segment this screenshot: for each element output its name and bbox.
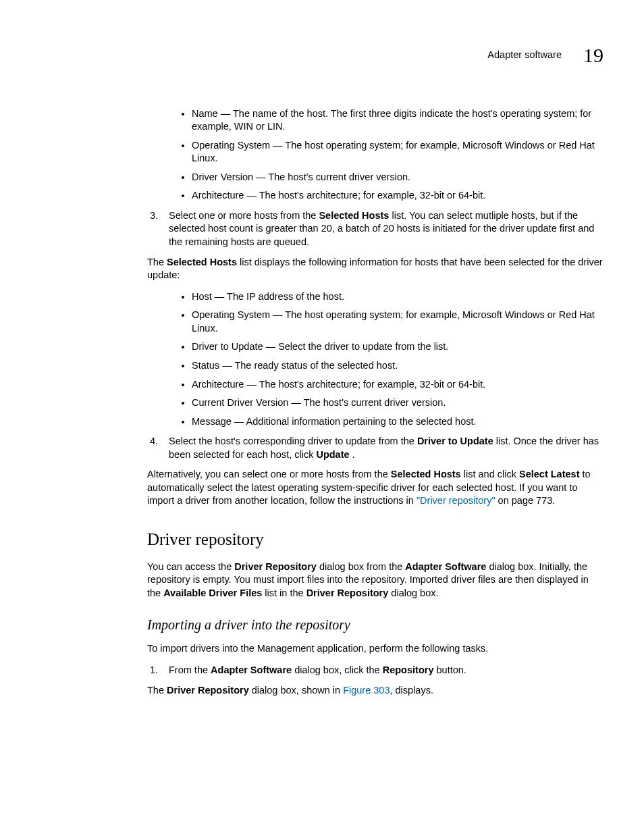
text: You can access the bbox=[147, 561, 234, 572]
text: Select one or more hosts from the bbox=[169, 210, 319, 221]
text: Select the host's corresponding driver t… bbox=[169, 436, 417, 446]
page-header: Adapter software 19 bbox=[147, 42, 603, 70]
text: , displays. bbox=[390, 685, 433, 696]
list-item: Operating System — The host operating sy… bbox=[192, 309, 603, 335]
text-bold: Driver Repository bbox=[234, 561, 317, 572]
figure-303-link[interactable]: Figure 303 bbox=[343, 685, 390, 696]
text-bold: Available Driver Files bbox=[163, 588, 262, 598]
step-text: From the Adapter Software dialog box, cl… bbox=[169, 664, 603, 677]
text: on page 773. bbox=[495, 495, 556, 506]
importing-intro: To import drivers into the Management ap… bbox=[147, 642, 603, 656]
importing-driver-heading: Importing a driver into the repository bbox=[147, 616, 603, 634]
text-bold: Adapter Software bbox=[405, 561, 486, 572]
driver-repository-heading: Driver repository bbox=[147, 528, 603, 551]
list-item: Architecture — The host's architecture; … bbox=[192, 189, 603, 203]
page-content: Adapter software 19 Name — The name of t… bbox=[0, 0, 644, 746]
step-number: 1. bbox=[147, 664, 169, 677]
text: dialog box. bbox=[388, 588, 438, 598]
step-text: Select one or more hosts from the Select… bbox=[169, 209, 603, 249]
step-4: 4. Select the host's corresponding drive… bbox=[147, 435, 603, 461]
step-3-para2: The Selected Hosts list displays the fol… bbox=[147, 256, 603, 282]
step-text: Select the host's corresponding driver t… bbox=[169, 435, 603, 461]
list-item: Host — The IP address of the host. bbox=[192, 290, 603, 304]
step-3: 3. Select one or more hosts from the Sel… bbox=[147, 209, 603, 249]
text-bold: Repository bbox=[383, 664, 434, 675]
text: list and click bbox=[461, 469, 519, 479]
list-item: Name — The name of the host. The first t… bbox=[192, 107, 603, 134]
text: dialog box, click the bbox=[292, 664, 383, 675]
header-title: Adapter software bbox=[487, 49, 562, 62]
text-bold: Selected Hosts bbox=[319, 210, 389, 221]
list-item: Status — The ready status of the selecte… bbox=[192, 359, 603, 373]
step-4-para2: Alternatively, you can select one or mor… bbox=[147, 468, 603, 508]
import-step-1: 1. From the Adapter Software dialog box,… bbox=[147, 664, 603, 677]
list-item: Operating System — The host operating sy… bbox=[192, 139, 603, 165]
import-step-1-para2: The Driver Repository dialog box, shown … bbox=[147, 684, 603, 698]
list-item: Message — Additional information pertain… bbox=[192, 415, 603, 429]
step-3-bullets: Host — The IP address of the host. Opera… bbox=[147, 290, 603, 429]
list-item: Driver Version — The host's current driv… bbox=[192, 171, 603, 184]
text-bold: Selected Hosts bbox=[391, 469, 461, 479]
text: The bbox=[147, 257, 167, 267]
text: list in the bbox=[262, 588, 306, 598]
text-bold: Driver Repository bbox=[306, 588, 389, 598]
text-bold: Select Latest bbox=[519, 469, 579, 479]
text: The bbox=[147, 685, 167, 696]
step-number: 4. bbox=[147, 435, 169, 461]
text: dialog box from the bbox=[317, 561, 405, 572]
text-bold: Selected Hosts bbox=[167, 257, 237, 267]
text: button. bbox=[433, 664, 466, 675]
text-bold: Adapter Software bbox=[211, 664, 292, 675]
driver-repository-link[interactable]: "Driver repository" bbox=[417, 495, 495, 506]
list-item: Current Driver Version — The host's curr… bbox=[192, 396, 603, 410]
text-bold: Update bbox=[316, 449, 352, 460]
top-bullet-list: Name — The name of the host. The first t… bbox=[147, 107, 603, 203]
driver-repo-para: You can access the Driver Repository dia… bbox=[147, 561, 603, 600]
text: dialog box, shown in bbox=[249, 685, 343, 696]
text: From the bbox=[169, 664, 211, 675]
list-item: Architecture — The host's architecture; … bbox=[192, 378, 603, 392]
list-item: Driver to Update — Select the driver to … bbox=[192, 340, 603, 354]
text: Alternatively, you can select one or mor… bbox=[147, 469, 391, 479]
text-bold: Driver to Update bbox=[417, 436, 493, 446]
chapter-number: 19 bbox=[583, 42, 603, 70]
text-bold: Driver Repository bbox=[167, 685, 249, 696]
text: . bbox=[352, 449, 355, 460]
step-number: 3. bbox=[147, 209, 169, 249]
